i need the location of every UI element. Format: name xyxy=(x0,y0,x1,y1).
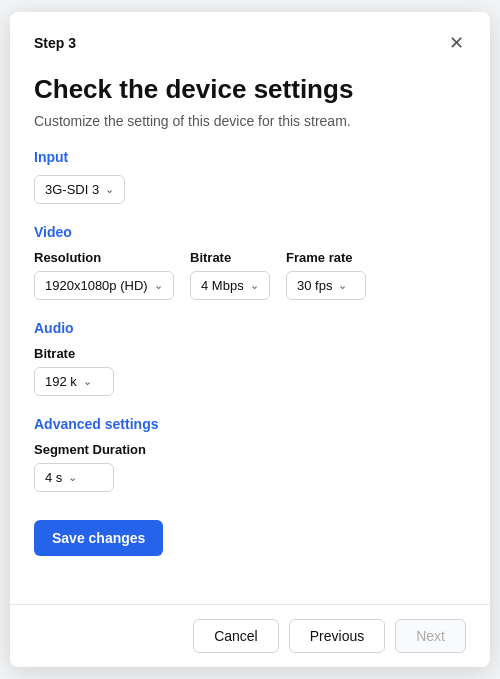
bitrate-video-select[interactable]: 4 Mbps ⌄ xyxy=(190,271,270,300)
chevron-down-icon: ⌄ xyxy=(83,375,92,388)
video-fields-grid: Resolution 1920x1080p (HD) ⌄ Bitrate 4 M… xyxy=(34,250,466,300)
modal-dialog: Step 3 ✕ Check the device settings Custo… xyxy=(10,12,490,667)
input-section-label: Input xyxy=(34,149,466,165)
chevron-down-icon: ⌄ xyxy=(338,279,347,292)
framerate-select[interactable]: 30 fps ⌄ xyxy=(286,271,366,300)
video-section: Video Resolution 1920x1080p (HD) ⌄ Bitra… xyxy=(34,224,466,300)
modal-footer: Cancel Previous Next xyxy=(10,604,490,667)
chevron-down-icon: ⌄ xyxy=(250,279,259,292)
resolution-field: Resolution 1920x1080p (HD) ⌄ xyxy=(34,250,174,300)
framerate-label: Frame rate xyxy=(286,250,366,265)
chevron-down-icon: ⌄ xyxy=(154,279,163,292)
modal-wrapper: Step 3 ✕ Check the device settings Custo… xyxy=(0,0,500,679)
framerate-value: 30 fps xyxy=(297,278,332,293)
segment-duration-select[interactable]: 4 s ⌄ xyxy=(34,463,114,492)
bitrate-video-value: 4 Mbps xyxy=(201,278,244,293)
advanced-field-group: Segment Duration 4 s ⌄ xyxy=(34,442,466,492)
save-changes-button[interactable]: Save changes xyxy=(34,520,163,556)
advanced-section-label: Advanced settings xyxy=(34,416,466,432)
advanced-section: Advanced settings Segment Duration 4 s ⌄ xyxy=(34,416,466,492)
resolution-label: Resolution xyxy=(34,250,174,265)
bitrate-video-field: Bitrate 4 Mbps ⌄ xyxy=(190,250,270,300)
resolution-select[interactable]: 1920x1080p (HD) ⌄ xyxy=(34,271,174,300)
close-button[interactable]: ✕ xyxy=(447,32,466,54)
audio-bitrate-value: 192 k xyxy=(45,374,77,389)
resolution-value: 1920x1080p (HD) xyxy=(45,278,148,293)
chevron-down-icon: ⌄ xyxy=(105,183,114,196)
page-subtitle: Customize the setting of this device for… xyxy=(34,113,466,129)
audio-bitrate-label: Bitrate xyxy=(34,346,466,361)
audio-field-group: Bitrate 192 k ⌄ xyxy=(34,346,466,396)
modal-body: Check the device settings Customize the … xyxy=(10,66,490,604)
input-select-value: 3G-SDI 3 xyxy=(45,182,99,197)
modal-header: Step 3 ✕ xyxy=(10,12,490,66)
bitrate-video-label: Bitrate xyxy=(190,250,270,265)
video-section-label: Video xyxy=(34,224,466,240)
input-section: Input 3G-SDI 3 ⌄ xyxy=(34,149,466,204)
framerate-field: Frame rate 30 fps ⌄ xyxy=(286,250,366,300)
segment-duration-label: Segment Duration xyxy=(34,442,466,457)
next-button: Next xyxy=(395,619,466,653)
close-icon: ✕ xyxy=(449,33,464,53)
chevron-down-icon: ⌄ xyxy=(68,471,77,484)
input-field-group: 3G-SDI 3 ⌄ xyxy=(34,175,466,204)
audio-bitrate-select[interactable]: 192 k ⌄ xyxy=(34,367,114,396)
segment-duration-value: 4 s xyxy=(45,470,62,485)
audio-section-label: Audio xyxy=(34,320,466,336)
audio-section: Audio Bitrate 192 k ⌄ xyxy=(34,320,466,396)
page-title: Check the device settings xyxy=(34,74,466,105)
previous-button[interactable]: Previous xyxy=(289,619,385,653)
step-label: Step 3 xyxy=(34,35,76,51)
input-select[interactable]: 3G-SDI 3 ⌄ xyxy=(34,175,125,204)
cancel-button[interactable]: Cancel xyxy=(193,619,279,653)
